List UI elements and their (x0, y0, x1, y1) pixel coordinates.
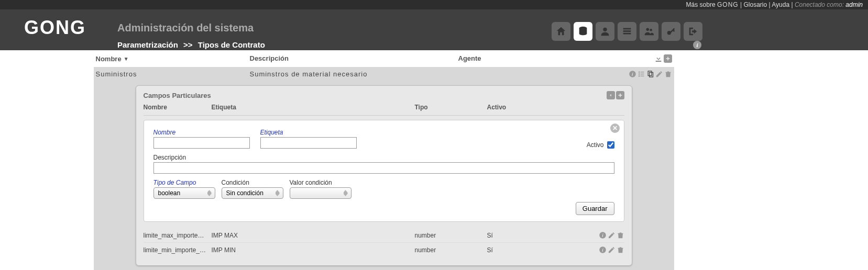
content: Nombre ▼ Descripción Agente Suministros … (94, 50, 674, 270)
download-icon[interactable] (654, 54, 663, 63)
nav-stack-icon[interactable] (618, 22, 636, 41)
row-info-icon[interactable] (629, 70, 636, 78)
sub-table-headers: Nombre Etiqueta Tipo Activo (144, 102, 624, 116)
field-activo: Sí (487, 232, 588, 239)
current-user: admin (845, 1, 863, 8)
label-condicion: Condición (222, 179, 283, 186)
nav-key-icon[interactable] (662, 22, 680, 41)
glossary-link[interactable]: Glosario (743, 1, 767, 8)
sort-desc-icon: ▼ (124, 56, 129, 62)
descripcion-field[interactable] (153, 162, 614, 174)
nombre-field[interactable] (153, 137, 250, 149)
col-descripcion-header[interactable]: Descripción (250, 54, 458, 63)
col-nombre-header[interactable]: Nombre ▼ (96, 54, 250, 63)
brand-mini: GONG (717, 1, 739, 8)
form-card: ✕ Nombre Etiqueta Activo (144, 120, 624, 222)
label-activo: Activo (587, 141, 604, 149)
row-descripcion: Suminstros de material necesario (250, 70, 458, 78)
field-info-icon[interactable] (599, 246, 607, 254)
tipo-campo-select[interactable]: boolean (153, 187, 215, 199)
nav-users-icon[interactable] (640, 22, 658, 41)
nav-exit-icon[interactable] (684, 22, 702, 41)
campos-panel: Campos Particulares Nombre Etiqueta Tipo… (136, 85, 632, 266)
more-about-link[interactable]: Más sobre GONG (686, 1, 739, 8)
nav-database-icon[interactable] (574, 22, 592, 41)
row-delete-icon[interactable] (664, 70, 672, 78)
logo: GONG (24, 17, 86, 39)
scol-activo[interactable]: Activo (487, 104, 588, 111)
field-info-icon[interactable] (599, 231, 607, 239)
field-tipo: number (415, 232, 487, 239)
nav-home-icon[interactable] (552, 22, 570, 41)
field-edit-icon[interactable] (608, 231, 616, 239)
activo-checkbox[interactable] (607, 141, 614, 149)
info-icon[interactable]: i (693, 41, 701, 49)
row-list-icon[interactable] (638, 70, 645, 78)
label-etiqueta: Etiqueta (260, 129, 357, 136)
panel-title: Campos Particulares (144, 92, 211, 99)
panel-back-icon[interactable] (607, 91, 615, 99)
valor-condicion-select[interactable] (290, 187, 351, 199)
guardar-button[interactable]: Guardar (576, 202, 614, 215)
col-agente-header[interactable]: Agente (458, 54, 641, 63)
table-row: Suministros Suminstros de material neces… (94, 67, 674, 81)
field-etiqueta: IMP MIN (212, 246, 415, 254)
row-copy-icon[interactable] (646, 70, 654, 78)
connected-as-label: Conectado como: (795, 1, 844, 8)
field-nombre: limite_min_importe_con… (144, 246, 212, 254)
topbar: Más sobre GONG | Glosario | Ayuda | Cone… (0, 0, 868, 9)
panel-wrap: Campos Particulares Nombre Etiqueta Tipo… (94, 81, 674, 270)
label-valor-cond: Valor condición (290, 179, 351, 186)
breadcrumb-parametrizacion[interactable]: Parametrización (117, 40, 178, 49)
field-delete-icon[interactable] (617, 231, 624, 239)
field-nombre: limite_max_importe_con… (144, 232, 212, 239)
header: GONG Administración del sistema Parametr… (0, 9, 868, 50)
label-nombre: Nombre (153, 129, 250, 136)
label-tipo-campo: Tipo de Campo (153, 179, 215, 186)
field-tipo: number (415, 246, 487, 254)
close-icon[interactable]: ✕ (610, 123, 620, 133)
scol-nombre[interactable]: Nombre (144, 104, 212, 111)
condicion-select[interactable]: Sin condición (222, 187, 283, 199)
field-activo: Sí (487, 246, 588, 254)
label-descripcion: Descripción (153, 154, 614, 161)
table-headers: Nombre ▼ Descripción Agente (94, 50, 674, 67)
scol-tipo[interactable]: Tipo (415, 104, 487, 111)
add-icon[interactable] (664, 54, 672, 63)
field-row: limite_min_importe_con… IMP MIN number S… (144, 243, 624, 257)
field-row: limite_max_importe_con… IMP MAX number S… (144, 228, 624, 243)
nav-user-icon[interactable] (596, 22, 614, 41)
page-title: Administración del sistema (117, 22, 254, 34)
etiqueta-field[interactable] (260, 137, 357, 149)
breadcrumb-tipos-contrato[interactable]: Tipos de Contrato (198, 40, 265, 49)
field-edit-icon[interactable] (608, 246, 616, 254)
row-nombre: Suministros (96, 70, 250, 78)
scol-etiqueta[interactable]: Etiqueta (212, 104, 415, 111)
row-edit-icon[interactable] (655, 70, 663, 78)
panel-add-icon[interactable] (616, 91, 624, 99)
breadcrumb: Parametrización >> Tipos de Contrato (117, 40, 265, 50)
field-delete-icon[interactable] (617, 246, 624, 254)
field-etiqueta: IMP MAX (212, 232, 415, 239)
help-link[interactable]: Ayuda (772, 1, 789, 8)
nav-icons (552, 22, 702, 41)
